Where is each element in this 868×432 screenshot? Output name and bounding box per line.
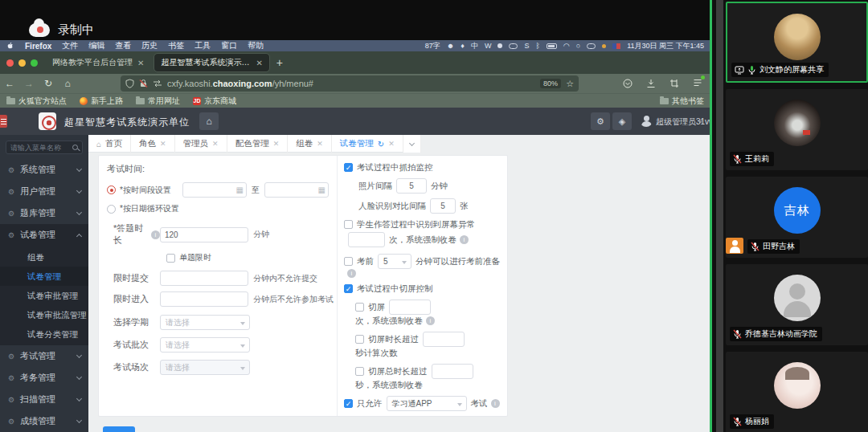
switch-total-checkbox[interactable]: [355, 367, 364, 376]
switch-count-checkbox[interactable]: [355, 303, 364, 312]
window-minimize-button[interactable]: [18, 59, 26, 67]
abnormal-count-input[interactable]: [348, 232, 385, 247]
participant-tile[interactable]: 刘文静的屏幕共享: [726, 2, 868, 83]
participant-tile[interactable]: 王莉莉: [726, 89, 868, 170]
tab-administrator[interactable]: 管理员✕: [175, 135, 227, 153]
menu-edit[interactable]: 编辑: [88, 40, 104, 51]
home-button[interactable]: ⌂: [58, 78, 77, 89]
other-bookmarks[interactable]: 其他书签: [660, 96, 704, 107]
emoji-status-icon[interactable]: ☻: [447, 42, 454, 50]
close-icon[interactable]: ✕: [212, 140, 219, 148]
pocket-icon[interactable]: [623, 79, 633, 88]
sidebar-subitem-paper-approval[interactable]: 试卷审批管理: [0, 286, 88, 305]
tab-list-dropdown[interactable]: [403, 135, 421, 153]
refresh-icon[interactable]: ↻: [378, 140, 384, 149]
sidebar-search-input[interactable]: [10, 144, 69, 152]
menu-view[interactable]: 查看: [115, 40, 131, 51]
semester-select[interactable]: 请选择: [160, 315, 250, 330]
menubar-app-name[interactable]: Firefox: [25, 42, 51, 51]
save-button[interactable]: [103, 426, 135, 432]
only-allow-checkbox[interactable]: [344, 399, 353, 408]
extensions-menu-icon[interactable]: [693, 78, 702, 89]
switch-duration-input[interactable]: [423, 332, 465, 347]
bookmark-jd[interactable]: JD京东商城: [193, 96, 236, 107]
switch-duration-checkbox[interactable]: [355, 335, 364, 344]
window-zoom-button[interactable]: [31, 59, 38, 67]
photo-interval-input[interactable]: [396, 178, 427, 194]
settings-gear-button[interactable]: ⚙: [591, 112, 610, 130]
participant-tile[interactable]: 乔德基吉林动画学院: [726, 264, 868, 345]
reload-button[interactable]: ↻: [39, 78, 58, 89]
wifi-icon[interactable]: ◠: [563, 42, 570, 50]
radio-date-cycle[interactable]: [107, 205, 116, 214]
sidebar-item-system[interactable]: ⚙系统管理: [0, 159, 88, 181]
browser-tab-admin-platform[interactable]: 网络教学平台后台管理 ✕: [46, 54, 150, 71]
bookmark-firefox-official[interactable]: 火狐官方站点: [6, 96, 67, 107]
user-menu-caret-icon[interactable]: ∨: [698, 117, 703, 124]
sidebar-search[interactable]: [6, 141, 83, 154]
participant-tile[interactable]: 杨丽娟: [726, 352, 868, 432]
start-date-input[interactable]: ▦: [182, 182, 247, 198]
tab-home[interactable]: ⌂首页: [88, 135, 131, 153]
insecure-lock-icon[interactable]: [139, 79, 148, 88]
screen-switch-checkbox[interactable]: [344, 284, 353, 293]
abnormal-checkbox[interactable]: [344, 220, 353, 229]
navigate-button[interactable]: ◈: [612, 112, 632, 130]
menubar-clock[interactable]: 11月30日 周三 下午1:45: [627, 41, 704, 51]
downloads-icon[interactable]: [646, 79, 656, 88]
battery-icon[interactable]: [547, 43, 557, 49]
back-button[interactable]: ←: [0, 78, 19, 89]
duration-input[interactable]: [160, 227, 248, 242]
spotlight-search-icon[interactable]: ○: [576, 42, 580, 50]
face-interval-input[interactable]: [430, 198, 456, 214]
control-center-icon[interactable]: [587, 43, 596, 49]
batch-select[interactable]: 请选择: [160, 337, 250, 353]
submit-limit-input[interactable]: [160, 271, 248, 286]
collapse-menu-icon[interactable]: [0, 115, 7, 128]
close-icon[interactable]: ✕: [317, 140, 323, 148]
forward-button[interactable]: →: [19, 78, 39, 89]
w-app-status-icon[interactable]: W: [485, 42, 492, 50]
bookmark-common-sites[interactable]: 常用网址: [136, 96, 180, 107]
apple-menu-icon[interactable]: [6, 42, 14, 50]
menu-bookmarks[interactable]: 书签: [168, 40, 184, 51]
tracking-shield-icon[interactable]: [125, 79, 134, 88]
end-date-input[interactable]: ▦: [264, 182, 329, 198]
before-exam-select[interactable]: 5: [378, 254, 411, 269]
single-question-limit-checkbox[interactable]: [166, 254, 175, 263]
sidebar-item-papers[interactable]: ⚙试卷管理: [0, 224, 88, 246]
user-avatar[interactable]: [640, 114, 653, 127]
new-tab-button[interactable]: +: [276, 56, 283, 69]
session-select[interactable]: 请选择: [160, 360, 250, 375]
window-close-button[interactable]: [6, 59, 14, 67]
sidebar-subitem-paper-category[interactable]: 试卷分类管理: [0, 324, 88, 344]
screenshot-icon[interactable]: [669, 79, 679, 88]
tab-role[interactable]: 角色✕: [131, 135, 175, 153]
browser-tab-exam-system[interactable]: 超星智慧考试系统演示单位 ✕: [154, 54, 268, 71]
sync-tabs-icon[interactable]: [153, 79, 162, 88]
radio-time-range[interactable]: [107, 185, 116, 194]
switch-total-input[interactable]: [432, 364, 473, 379]
page-zoom-level[interactable]: 80%: [540, 79, 561, 88]
menu-tools[interactable]: 工具: [194, 40, 211, 51]
sidebar-subitem-paper-management[interactable]: 试卷管理: [0, 267, 88, 286]
before-exam-checkbox[interactable]: [344, 257, 353, 266]
search-icon[interactable]: [72, 145, 78, 150]
keeper-status-icon[interactable]: [509, 43, 518, 49]
bluetooth-icon[interactable]: ᛒ: [535, 42, 539, 50]
ime-status-icon[interactable]: 中: [471, 42, 478, 50]
chat-status-icon[interactable]: [497, 43, 502, 48]
close-icon[interactable]: ✕: [273, 140, 280, 148]
tab-close-icon[interactable]: ✕: [137, 59, 144, 67]
capture-monitor-checkbox[interactable]: [344, 163, 353, 172]
sidebar-item-grades[interactable]: ⚙成绩管理: [0, 410, 88, 432]
only-allow-select[interactable]: 学习通APP: [387, 396, 467, 411]
tab-assemble-paper[interactable]: 组卷✕: [288, 135, 332, 153]
address-bar[interactable]: cxfy.kaoshi.chaoxing.com/yh/menu# 80% ☆: [121, 75, 579, 92]
enter-limit-input[interactable]: [160, 291, 248, 307]
sidebar-subitem-assemble-paper[interactable]: 组卷: [0, 247, 88, 267]
menu-history[interactable]: 历史: [141, 40, 158, 51]
participant-tile[interactable]: 吉林 田野吉林: [726, 177, 868, 258]
tab-paper-management[interactable]: 试卷管理↻✕: [332, 135, 403, 153]
sidebar-item-exams[interactable]: ⚙考试管理: [0, 345, 88, 367]
